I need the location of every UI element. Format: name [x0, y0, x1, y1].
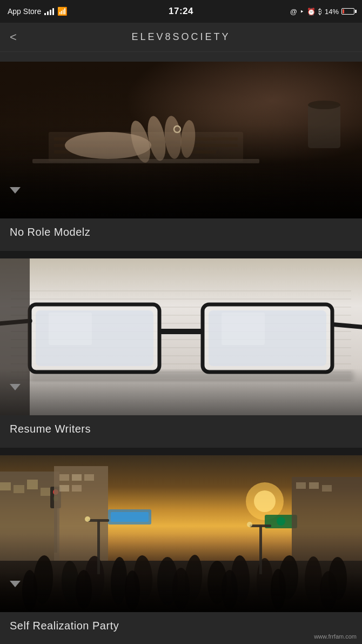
- svg-point-12: [179, 119, 197, 158]
- glasses-image: [0, 258, 362, 415]
- wifi-icon: 📶: [57, 6, 68, 16]
- laptop-image: [0, 62, 362, 218]
- svg-point-86: [222, 570, 238, 610]
- svg-point-9: [127, 118, 154, 164]
- svg-point-87: [271, 569, 286, 610]
- svg-point-16: [308, 101, 340, 109]
- svg-point-79: [278, 555, 299, 600]
- page-title: ELEV8SOCIETY: [131, 31, 230, 43]
- city-image: [0, 455, 362, 612]
- article-title-2: Resume Writers: [10, 423, 91, 435]
- at-icon: @: [290, 8, 297, 16]
- svg-point-78: [257, 558, 273, 603]
- play-indicator-3: [10, 581, 21, 587]
- svg-rect-95: [0, 455, 362, 612]
- play-indicator-1: [10, 187, 21, 194]
- article-title-1: No Role Modelz: [10, 226, 90, 238]
- svg-rect-5: [54, 137, 238, 141]
- bluetooth-icon: ₿: [318, 8, 322, 16]
- signal-bar-4: [52, 8, 54, 15]
- svg-rect-3: [32, 159, 259, 163]
- svg-point-72: [110, 557, 128, 605]
- article-info-3: Self Realization Party: [0, 612, 362, 644]
- carrier-label: App Store: [8, 7, 41, 16]
- article-card-3[interactable]: Self Realization Party: [0, 455, 362, 644]
- svg-rect-4: [49, 132, 243, 162]
- svg-point-69: [32, 555, 55, 605]
- svg-point-83: [76, 570, 92, 609]
- svg-point-73: [133, 555, 153, 600]
- svg-point-13: [174, 126, 180, 132]
- location-icon: ‣: [300, 8, 304, 16]
- svg-point-75: [183, 554, 204, 602]
- signal-bars-icon: [44, 8, 54, 15]
- battery-indicator: [341, 8, 354, 15]
- article-image-2: [0, 258, 362, 415]
- status-right: @ ‣ ⏰ ₿ 14%: [268, 8, 354, 16]
- svg-point-77: [230, 555, 250, 603]
- svg-point-71: [85, 556, 104, 601]
- svg-rect-15: [308, 105, 340, 148]
- play-indicator-2: [10, 384, 21, 390]
- svg-point-84: [125, 570, 140, 610]
- svg-point-76: [207, 561, 227, 604]
- clock: 17:24: [169, 6, 193, 17]
- svg-rect-7: [54, 150, 216, 154]
- article-image-1: [0, 62, 362, 218]
- watermark: www.frrfam.com: [314, 633, 357, 640]
- nav-bar: < ELEV8SOCIETY: [0, 23, 362, 52]
- alarm-icon: ⏰: [307, 8, 316, 16]
- svg-point-70: [61, 560, 80, 604]
- article-info-1: No Role Modelz: [0, 218, 362, 251]
- status-bar: App Store 📶 17:24 @ ‣ ⏰ ₿ 14%: [0, 0, 362, 23]
- back-button[interactable]: <: [10, 31, 17, 43]
- svg-point-82: [22, 570, 37, 611]
- svg-rect-68: [0, 561, 362, 612]
- svg-rect-14: [0, 62, 362, 218]
- svg-point-74: [157, 557, 178, 606]
- battery-level: [343, 9, 344, 14]
- svg-point-80: [305, 556, 322, 604]
- article-title-3: Self Realization Party: [10, 620, 119, 632]
- signal-bar-2: [47, 11, 49, 15]
- svg-point-88: [320, 571, 337, 610]
- top-band: [0, 52, 362, 62]
- svg-point-8: [65, 132, 151, 159]
- svg-point-85: [172, 568, 190, 610]
- signal-bar-3: [50, 10, 51, 15]
- article-image-3: [0, 455, 362, 612]
- content-area: No Role Modelz: [0, 62, 362, 644]
- signal-bar-1: [44, 13, 46, 15]
- article-info-2: Resume Writers: [0, 415, 362, 448]
- svg-point-81: [329, 557, 347, 600]
- article-card-2[interactable]: Resume Writers: [0, 258, 362, 448]
- battery-percent-label: 14%: [325, 8, 339, 16]
- battery-icon: [341, 8, 354, 15]
- article-card-1[interactable]: No Role Modelz: [0, 62, 362, 251]
- status-left: App Store 📶: [8, 6, 94, 16]
- svg-rect-41: [0, 258, 362, 415]
- svg-rect-6: [54, 144, 238, 147]
